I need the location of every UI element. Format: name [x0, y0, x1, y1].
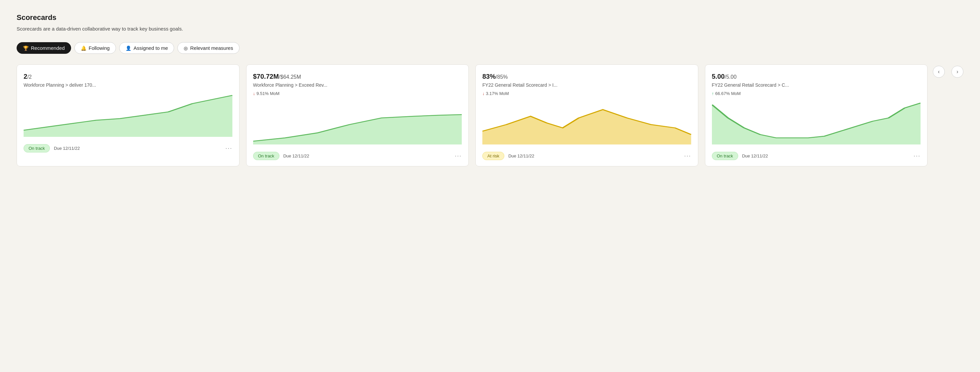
- arrow-down-icon: ↓: [253, 91, 256, 96]
- tab-following-label: Following: [89, 45, 110, 51]
- cards-container: 2/2 Workforce Planning > deliver 170... …: [17, 64, 928, 166]
- card-3-value: 83%/85%: [482, 73, 691, 80]
- scorecard-card-2[interactable]: $70.72M/$64.25M Workforce Planning > Exc…: [246, 64, 469, 166]
- chevron-left-icon: ‹: [938, 69, 939, 75]
- card-4-more-button[interactable]: ···: [913, 153, 921, 159]
- card-2-more-button[interactable]: ···: [455, 153, 462, 159]
- card-3-path: FY22 General Retail Scorecard > I...: [482, 83, 691, 88]
- tab-assigned[interactable]: 👤 Assigned to me: [119, 42, 174, 54]
- tab-recommended[interactable]: 🏆 Recommended: [17, 42, 71, 54]
- trophy-icon: 🏆: [23, 46, 29, 51]
- card-1-footer: On track Due 12/11/22 ···: [24, 144, 232, 153]
- tab-relevant[interactable]: ◎ Relevant measures: [177, 42, 239, 54]
- card-4-mom: ↑ 66.67% MoM: [712, 91, 921, 96]
- card-3-more-button[interactable]: ···: [684, 153, 691, 159]
- card-1-chart: [24, 94, 232, 137]
- filter-tabs: 🏆 Recommended 🔔 Following 👤 Assigned to …: [17, 42, 963, 54]
- card-4-chart: [712, 101, 921, 145]
- page-title: Scorecards: [17, 13, 963, 22]
- circle-icon: ◎: [184, 46, 188, 51]
- card-3-chart: [482, 101, 691, 145]
- card-2-due: Due 12/11/22: [283, 153, 309, 159]
- card-3-footer: At risk Due 12/11/22 ···: [482, 152, 691, 160]
- tab-recommended-label: Recommended: [31, 45, 65, 51]
- arrow-down-icon: ↓: [482, 91, 485, 96]
- card-1-value: 2/2: [24, 73, 232, 80]
- page-subtitle: Scorecards are a data-driven collaborati…: [17, 26, 963, 32]
- card-3-status: At risk: [482, 152, 504, 160]
- card-2-value: $70.72M/$64.25M: [253, 73, 462, 80]
- cards-section: 2/2 Workforce Planning > deliver 170... …: [17, 64, 963, 166]
- arrow-up-icon: ↑: [712, 91, 714, 96]
- card-4-status: On track: [712, 152, 738, 160]
- card-4-path: FY22 General Retail Scorecard > C...: [712, 83, 921, 88]
- tab-relevant-label: Relevant measures: [190, 45, 233, 51]
- card-1-due: Due 12/11/22: [54, 146, 80, 151]
- card-2-mom: ↓ 9.51% MoM: [253, 91, 462, 96]
- card-1-path: Workforce Planning > deliver 170...: [24, 83, 232, 88]
- card-1-more-button[interactable]: ···: [225, 145, 232, 152]
- nav-arrows: ‹ ›: [933, 66, 963, 78]
- scorecard-card-1[interactable]: 2/2 Workforce Planning > deliver 170... …: [17, 64, 240, 166]
- card-4-due: Due 12/11/22: [742, 153, 768, 159]
- card-2-footer: On track Due 12/11/22 ···: [253, 152, 462, 160]
- card-1-status: On track: [24, 144, 50, 153]
- scorecard-card-3[interactable]: 83%/85% FY22 General Retail Scorecard > …: [476, 64, 698, 166]
- card-4-value: 5.00/5.00: [712, 73, 921, 80]
- nav-prev-button[interactable]: ‹: [933, 66, 945, 78]
- tab-following[interactable]: 🔔 Following: [75, 42, 116, 54]
- card-3-due: Due 12/11/22: [508, 153, 534, 159]
- card-2-status: On track: [253, 152, 279, 160]
- svg-marker-1: [253, 114, 462, 145]
- bell-icon: 🔔: [81, 46, 86, 51]
- nav-next-button[interactable]: ›: [951, 66, 963, 78]
- card-2-chart: [253, 101, 462, 145]
- tab-assigned-label: Assigned to me: [134, 45, 168, 51]
- svg-marker-3: [712, 103, 921, 145]
- person-icon: 👤: [126, 46, 131, 51]
- card-2-path: Workforce Planning > Exceed Rev...: [253, 83, 462, 88]
- card-4-footer: On track Due 12/11/22 ···: [712, 152, 921, 160]
- chevron-right-icon: ›: [956, 69, 958, 75]
- card-3-mom: ↓ 3.17% MoM: [482, 91, 691, 96]
- scorecard-card-4[interactable]: 5.00/5.00 FY22 General Retail Scorecard …: [705, 64, 928, 166]
